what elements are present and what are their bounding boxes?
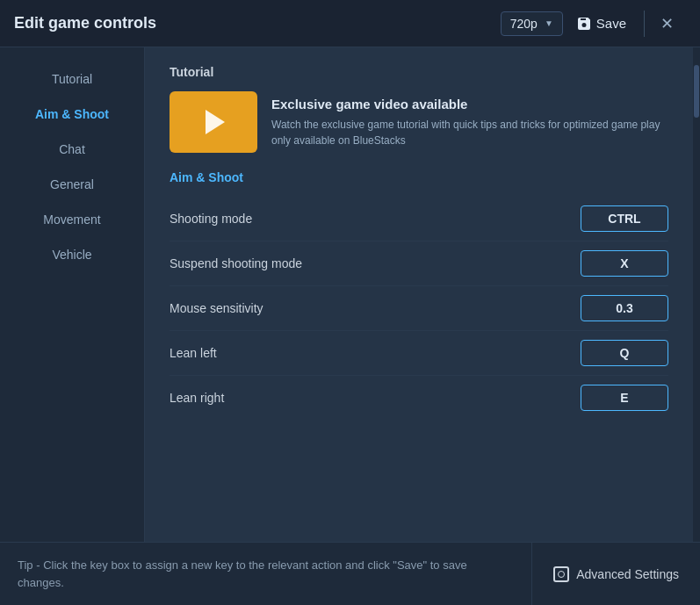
control-row: Lean leftQ: [170, 331, 668, 376]
controls-list: Shooting modeCTRLSuspend shooting modeXM…: [170, 197, 668, 420]
content-area: Tutorial Exclusive game video available …: [145, 47, 693, 542]
control-label: Mouse sensitivity: [170, 301, 263, 315]
sidebar-item-aim-shoot[interactable]: Aim & Shoot: [0, 97, 144, 132]
control-label: Shooting mode: [170, 212, 252, 226]
control-row: Shooting modeCTRL: [170, 197, 668, 241]
sidebar-item-tutorial[interactable]: Tutorial: [0, 61, 144, 97]
video-desc: Watch the exclusive game tutorial with q…: [271, 117, 668, 148]
video-thumbnail[interactable]: [170, 91, 257, 153]
header-divider: [644, 11, 645, 37]
tutorial-heading: Tutorial: [170, 65, 668, 79]
sidebar-item-general[interactable]: General: [0, 167, 144, 202]
key-box[interactable]: X: [581, 250, 668, 277]
page-title: Edit game controls: [14, 14, 487, 32]
resolution-value: 720p: [510, 17, 538, 31]
control-label: Lean left: [170, 346, 217, 360]
aim-shoot-heading: Aim & Shoot: [170, 170, 668, 184]
save-label: Save: [596, 16, 626, 31]
resolution-dropdown[interactable]: 720p ▼: [501, 11, 563, 36]
footer: Tip - Click the key box to assign a new …: [0, 542, 700, 605]
main-layout: Tutorial Aim & Shoot Chat General Moveme…: [0, 47, 700, 542]
key-box[interactable]: CTRL: [581, 205, 668, 232]
scrollbar[interactable]: [693, 47, 700, 542]
tutorial-box: Exclusive game video available Watch the…: [170, 91, 668, 153]
sidebar-item-chat[interactable]: Chat: [0, 132, 144, 167]
chevron-down-icon: ▼: [545, 18, 553, 28]
key-box[interactable]: E: [581, 385, 668, 411]
sidebar: Tutorial Aim & Shoot Chat General Moveme…: [0, 47, 145, 542]
video-title: Exclusive game video available: [271, 97, 668, 112]
settings-icon: [553, 566, 569, 582]
play-icon: [206, 110, 225, 134]
close-icon: ✕: [660, 15, 674, 32]
save-button[interactable]: Save: [563, 9, 640, 38]
control-row: Lean rightE: [170, 376, 668, 420]
key-box[interactable]: 0.3: [581, 295, 668, 321]
control-row: Suspend shooting modeX: [170, 241, 668, 286]
scroll-thumb[interactable]: [694, 65, 699, 118]
tutorial-text: Exclusive game video available Watch the…: [271, 97, 668, 148]
sidebar-item-vehicle[interactable]: Vehicle: [0, 237, 144, 272]
header: Edit game controls 720p ▼ Save ✕: [0, 0, 700, 47]
save-icon: [577, 17, 591, 31]
close-button[interactable]: ✕: [648, 7, 686, 40]
key-box[interactable]: Q: [581, 340, 668, 366]
sidebar-item-movement[interactable]: Movement: [0, 202, 144, 237]
control-label: Suspend shooting mode: [170, 256, 302, 270]
control-row: Mouse sensitivity0.3: [170, 286, 668, 331]
footer-tip: Tip - Click the key box to assign a new …: [0, 543, 532, 605]
advanced-settings-button[interactable]: Advanced Settings: [532, 543, 700, 605]
header-actions: Save ✕: [563, 7, 686, 40]
advanced-label: Advanced Settings: [576, 567, 679, 581]
control-label: Lean right: [170, 391, 224, 405]
